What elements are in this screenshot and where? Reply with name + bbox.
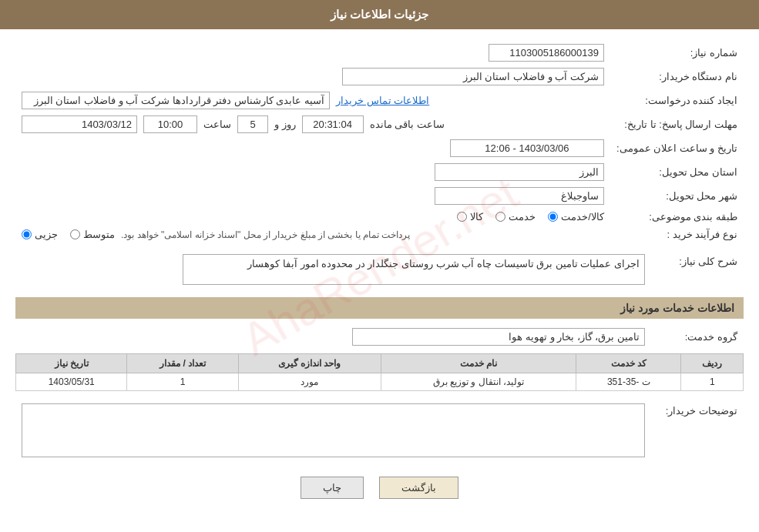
province-label: استان محل تحویل: [610,160,744,184]
response-date: 1403/03/12 [22,115,137,133]
buyer-org-label: نام دستگاه خریدار: [610,65,744,89]
category-khedmat-radio[interactable] [495,212,505,222]
buyer-notes-textarea[interactable] [22,403,645,457]
cell-date: 1403/05/31 [16,373,127,391]
response-time-label: ساعت [203,119,231,130]
cell-unit: مورد [238,373,381,391]
col-code: کد خدمت [576,354,681,373]
cell-qty: 1 [127,373,238,391]
process-jozi-radio[interactable] [22,229,32,239]
col-name: نام خدمت [381,354,576,373]
col-unit: واحد اندازه گیری [238,354,381,373]
category-khedmat-label: خدمت [509,211,536,223]
process-motevaset-label: متوسط [83,229,115,240]
page-title: جزئیات اطلاعات نیاز [0,0,759,29]
response-deadline-label: مهلت ارسال پاسخ: تا تاریخ: [610,112,744,136]
process-motevaset-radio[interactable] [70,229,80,239]
days-label: روز و [274,119,296,130]
services-table: ردیف کد خدمت نام خدمت واحد اندازه گیری ت… [15,353,744,391]
need-description-label: شرح کلی نیاز: [651,251,744,288]
cell-code: ت -35-351 [576,373,681,391]
process-radio-group: متوسط جزیی [22,229,115,240]
category-kala-radio[interactable] [457,212,467,222]
category-kala-khedmat[interactable]: کالا/خدمت [548,211,604,223]
service-group-label: گروه خدمت: [651,325,744,349]
days-value: 5 [237,115,268,133]
cell-name: تولید، انتقال و توزیع برق [381,373,576,391]
services-section-header: اطلاعات خدمات مورد نیاز [15,297,744,319]
creator-label: ایجاد کننده درخواست: [610,89,744,112]
process-type-label: نوع فرآیند خرید : [610,226,744,243]
process-jozi[interactable]: جزیی [22,229,58,240]
process-jozi-label: جزیی [35,229,58,240]
remaining-time: 20:31:04 [302,115,364,133]
process-motevaset[interactable]: متوسط [70,229,115,240]
button-row: بازگشت چاپ [15,477,744,499]
announce-label: تاریخ و ساعت اعلان عمومی: [610,136,744,160]
creator-value: آسیه عابدی کارشناس دفتر قراردادها شرکت آ… [22,92,330,109]
category-label: طبقه بندی موضوعی: [610,208,744,226]
process-note: پرداخت تمام یا بخشی از مبلغ خریدار از مح… [121,229,410,240]
service-group-value: تامین برق، گاز، بخار و تهویه هوا [352,328,645,346]
category-khedmat[interactable]: خدمت [495,211,536,223]
announce-datetime: 1403/03/06 - 12:06 [450,139,604,157]
col-date: تاریخ نیاز [16,354,127,373]
category-kala-label: کالا [470,211,483,223]
buyer-notes-label: توضیحات خریدار: [651,400,744,463]
col-row: ردیف [681,354,744,373]
need-number-value: 1103005186000139 [489,44,604,62]
province-value: البرز [435,163,604,181]
need-description: اجرای عملیات تامین برق تاسیسات چاه آب شر… [183,254,645,285]
remaining-label: ساعت باقی مانده [370,119,445,130]
table-row: 1 ت -35-351 تولید، انتقال و توزیع برق مو… [16,373,744,391]
city-value: ساوجبلاغ [435,187,604,205]
need-number-label: شماره نیاز: [610,41,744,65]
contact-link[interactable]: اطلاعات تماس خریدار [336,95,429,106]
response-time: 10:00 [143,115,197,133]
print-button[interactable]: چاپ [301,477,364,499]
cell-row: 1 [681,373,744,391]
category-kala-khedmat-radio[interactable] [548,212,558,222]
col-qty: تعداد / مقدار [127,354,238,373]
city-label: شهر محل تحویل: [610,184,744,208]
buyer-org-value: شرکت آب و فاضلاب استان البرز [342,68,604,85]
category-kala[interactable]: کالا [457,211,483,223]
category-kala-khedmat-label: کالا/خدمت [561,211,604,223]
category-radio-group: کالا/خدمت خدمت کالا [22,211,604,223]
back-button[interactable]: بازگشت [379,477,458,499]
